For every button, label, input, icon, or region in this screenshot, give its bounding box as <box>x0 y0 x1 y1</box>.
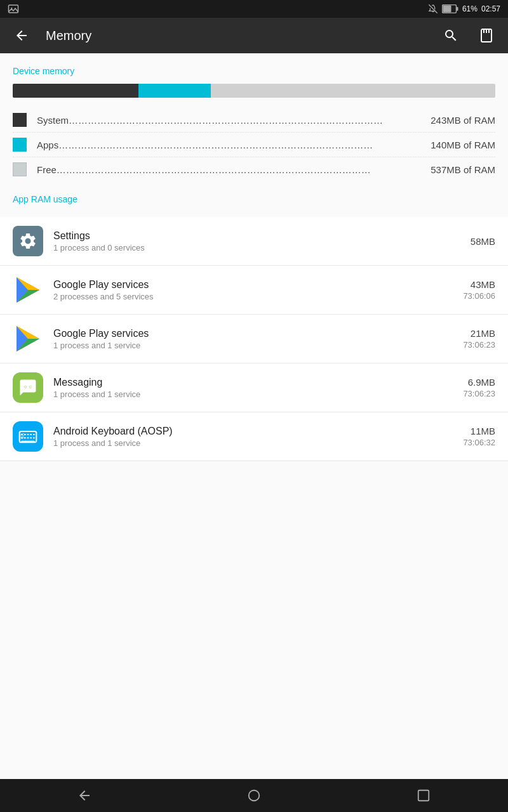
keyboard-app-stats: 11MB 73:06:32 <box>463 426 495 447</box>
messaging-app-subtitle: 1 process and 1 service <box>53 390 463 399</box>
legend-system-color <box>13 113 27 127</box>
device-memory-section: Device memory System……………………………………………………… <box>0 53 508 181</box>
gplay2-app-stats: 21MB 73:06:23 <box>463 328 495 350</box>
svg-rect-33 <box>27 437 29 438</box>
settings-app-stats: 58MB <box>471 236 495 247</box>
svg-rect-25 <box>21 441 34 442</box>
legend-apps-color <box>13 138 27 152</box>
messaging-app-name: Messaging <box>53 377 463 388</box>
app-bar: Memory <box>0 18 508 53</box>
gplay1-app-memory: 43MB <box>463 279 495 290</box>
svg-point-20 <box>25 386 27 388</box>
legend-free-label: Free……………………………………………………………………………………… <box>37 164 431 175</box>
gplay1-app-time: 73:06:06 <box>463 291 495 301</box>
messaging-app-info: Messaging 1 process and 1 service <box>53 377 463 399</box>
legend-apps-value: 140MB of RAM <box>431 140 495 150</box>
legend-system-label: System……………………………………………………………………………………… <box>37 115 431 126</box>
keyboard-app-time: 73:06:32 <box>463 438 495 447</box>
back-nav-button[interactable] <box>65 783 104 808</box>
keyboard-app-icon: AO SP <box>13 421 43 452</box>
search-button[interactable] <box>439 24 462 47</box>
page-title: Memory <box>46 29 427 43</box>
messaging-app-icon <box>13 372 43 403</box>
keyboard-app-name: Android Keyboard (AOSP) <box>53 426 463 437</box>
gplay2-app-subtitle: 1 process and 1 service <box>53 341 463 350</box>
settings-app-name: Settings <box>53 230 471 242</box>
legend-free: Free……………………………………………………………………………………… 53… <box>13 157 495 181</box>
home-nav-button[interactable] <box>235 783 273 808</box>
gplay2-app-name: Google Play services <box>53 328 463 339</box>
svg-rect-32 <box>24 437 26 438</box>
battery-percent: 61% <box>462 4 478 13</box>
svg-rect-34 <box>30 437 32 438</box>
settings-app-info: Settings 1 process and 0 services <box>53 230 471 252</box>
messaging-app-time: 73:06:23 <box>463 389 495 398</box>
gplay2-app-info: Google Play services 1 process and 1 ser… <box>53 328 463 350</box>
gplay1-app-name: Google Play services <box>53 279 463 291</box>
svg-rect-30 <box>33 434 35 435</box>
notification-off-icon <box>428 4 438 14</box>
gplay2-app-memory: 21MB <box>463 328 495 339</box>
gplay1-app-info: Google Play services 2 processes and 5 s… <box>53 279 463 301</box>
app-ram-header: App RAM usage <box>0 181 508 212</box>
image-icon <box>8 3 19 15</box>
svg-rect-35 <box>33 437 35 438</box>
status-bar: 61% 02:57 <box>0 0 508 18</box>
memory-card-button[interactable] <box>475 24 498 47</box>
bar-system <box>13 84 138 98</box>
gplay2-app-icon <box>13 324 43 354</box>
app-item-keyboard[interactable]: AO SP <box>0 412 508 461</box>
svg-rect-37 <box>418 790 429 801</box>
settings-app-subtitle: 1 process and 0 services <box>53 243 471 252</box>
svg-rect-26 <box>21 434 23 435</box>
legend-apps-label: Apps……………………………………………………………………………………… <box>37 140 431 150</box>
svg-rect-27 <box>24 434 26 435</box>
app-ram-section: App RAM usage Settings 1 process and 0 s… <box>0 181 508 461</box>
messaging-app-memory: 6.9MB <box>463 377 495 388</box>
recents-nav-button[interactable] <box>404 783 443 808</box>
messaging-app-stats: 6.9MB 73:06:23 <box>463 377 495 398</box>
svg-rect-0 <box>9 5 18 13</box>
svg-rect-28 <box>27 434 29 435</box>
legend-free-value: 537MB of RAM <box>431 164 495 175</box>
svg-rect-4 <box>457 7 458 11</box>
content-area: Device memory System……………………………………………………… <box>0 53 508 779</box>
back-button[interactable] <box>10 24 33 47</box>
keyboard-app-subtitle: 1 process and 1 service <box>53 438 463 448</box>
device-memory-header: Device memory <box>0 53 508 84</box>
keyboard-app-info: Android Keyboard (AOSP) 1 process and 1 … <box>53 426 463 448</box>
svg-rect-31 <box>21 437 23 438</box>
memory-legend: System……………………………………………………………………………………… … <box>13 108 495 181</box>
legend-apps: Apps……………………………………………………………………………………… 14… <box>13 133 495 157</box>
settings-app-memory: 58MB <box>471 236 495 247</box>
battery-icon <box>442 4 458 13</box>
clock: 02:57 <box>481 4 500 13</box>
gplay2-app-time: 73:06:23 <box>463 340 495 350</box>
nav-bar <box>0 779 508 812</box>
app-item-gplay2[interactable]: Google Play services 1 process and 1 ser… <box>0 315 508 363</box>
app-item-messaging[interactable]: Messaging 1 process and 1 service 6.9MB … <box>0 363 508 412</box>
gplay1-app-subtitle: 2 processes and 5 services <box>53 292 463 301</box>
svg-point-21 <box>29 386 31 388</box>
settings-app-icon <box>13 226 43 256</box>
app-item-settings[interactable]: Settings 1 process and 0 services 58MB <box>0 217 508 266</box>
svg-rect-5 <box>443 6 451 13</box>
gplay1-app-stats: 43MB 73:06:06 <box>463 279 495 301</box>
legend-system: System……………………………………………………………………………………… … <box>13 108 495 133</box>
app-item-gplay1[interactable]: Google Play services 2 processes and 5 s… <box>0 266 508 315</box>
app-list: Settings 1 process and 0 services 58MB <box>0 217 508 461</box>
svg-rect-29 <box>30 434 32 435</box>
legend-free-color <box>13 162 27 176</box>
bar-apps <box>138 84 211 98</box>
keyboard-app-memory: 11MB <box>463 426 495 436</box>
gplay1-app-icon <box>13 275 43 305</box>
memory-bar <box>13 84 495 98</box>
svg-point-36 <box>249 790 260 801</box>
legend-system-value: 243MB of RAM <box>431 115 495 126</box>
